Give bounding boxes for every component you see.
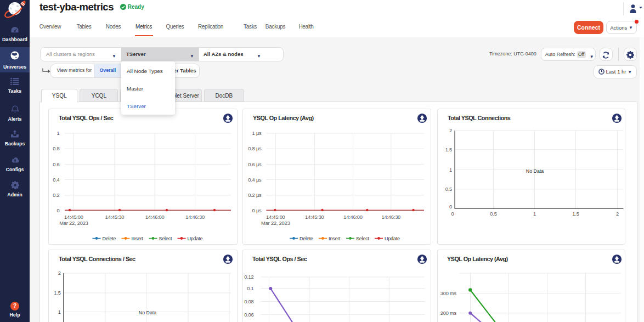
svg-text:1 µs: 1 µs xyxy=(252,131,262,136)
svg-text:14:46:00: 14:46:00 xyxy=(343,214,363,220)
svg-text:1.5: 1.5 xyxy=(54,290,60,296)
svg-text:0.4 µs: 0.4 µs xyxy=(248,177,262,183)
svg-text:0.1: 0.1 xyxy=(247,285,253,291)
svg-text:Total YSQL Connections / Sec: Total YSQL Connections / Sec xyxy=(59,256,135,262)
svg-text:0.06: 0.06 xyxy=(244,312,253,317)
svg-text:0.5: 0.5 xyxy=(490,211,496,217)
svg-text:Select: Select xyxy=(159,236,173,241)
svg-text:0.4: 0.4 xyxy=(53,177,59,183)
svg-text:0: 0 xyxy=(449,204,452,210)
svg-text:1: 1 xyxy=(533,211,536,217)
svg-text:1.5: 1.5 xyxy=(572,211,579,217)
svg-text:Select: Select xyxy=(356,236,370,241)
svg-text:1: 1 xyxy=(58,309,61,314)
svg-text:2: 2 xyxy=(58,270,61,276)
svg-text:2: 2 xyxy=(616,211,619,217)
svg-text:300 ms: 300 ms xyxy=(440,290,456,296)
svg-text:No Data: No Data xyxy=(526,168,543,174)
svg-text:Total YSQL Ops / Sec: Total YSQL Ops / Sec xyxy=(252,256,307,262)
svg-text:1: 1 xyxy=(57,131,60,136)
svg-text:0.2: 0.2 xyxy=(53,193,59,198)
svg-text:0.2 µs: 0.2 µs xyxy=(248,193,262,198)
svg-text:Insert: Insert xyxy=(329,236,341,241)
svg-text:Mar 22, 2023: Mar 22, 2023 xyxy=(59,221,88,226)
svg-text:1: 1 xyxy=(449,167,452,173)
svg-text:Delete: Delete xyxy=(300,236,313,241)
svg-text:Mar 22, 2023: Mar 22, 2023 xyxy=(261,221,290,226)
svg-text:14:45:00: 14:45:00 xyxy=(266,214,285,220)
svg-text:YSQL Op Latency (Avg): YSQL Op Latency (Avg) xyxy=(253,115,314,121)
svg-text:0.8 µs: 0.8 µs xyxy=(248,146,262,151)
svg-text:2: 2 xyxy=(449,128,452,133)
svg-text:0.12: 0.12 xyxy=(244,274,253,280)
svg-text:14:46:00: 14:46:00 xyxy=(145,214,165,220)
svg-text:Update: Update xyxy=(188,236,203,241)
svg-text:Insert: Insert xyxy=(132,236,144,241)
svg-text:0.6 µs: 0.6 µs xyxy=(248,162,262,167)
svg-text:0 µs: 0 µs xyxy=(252,208,262,213)
svg-text:Total YSQL Ops / Sec: Total YSQL Ops / Sec xyxy=(59,115,114,121)
svg-text:200 ms: 200 ms xyxy=(440,310,456,316)
svg-text:YSQL Op Latency (Avg): YSQL Op Latency (Avg) xyxy=(447,256,509,262)
svg-text:1.5: 1.5 xyxy=(445,147,451,152)
svg-text:14:46:30: 14:46:30 xyxy=(381,214,400,220)
svg-text:14:45:30: 14:45:30 xyxy=(105,214,125,220)
svg-text:Delete: Delete xyxy=(103,236,116,241)
svg-text:0.8: 0.8 xyxy=(53,146,59,151)
svg-text:0.08: 0.08 xyxy=(244,298,253,304)
svg-text:0.5: 0.5 xyxy=(445,187,451,192)
svg-text:No Data: No Data xyxy=(139,309,156,315)
svg-text:0.6: 0.6 xyxy=(53,162,59,167)
svg-text:Update: Update xyxy=(385,236,400,241)
svg-text:14:46:30: 14:46:30 xyxy=(185,214,205,220)
svg-text:Total YSQL Connections: Total YSQL Connections xyxy=(448,115,511,121)
svg-text:14:45:30: 14:45:30 xyxy=(305,214,324,220)
svg-text:0: 0 xyxy=(451,211,454,217)
svg-text:0: 0 xyxy=(57,208,60,213)
svg-text:14:45:00: 14:45:00 xyxy=(64,214,83,220)
